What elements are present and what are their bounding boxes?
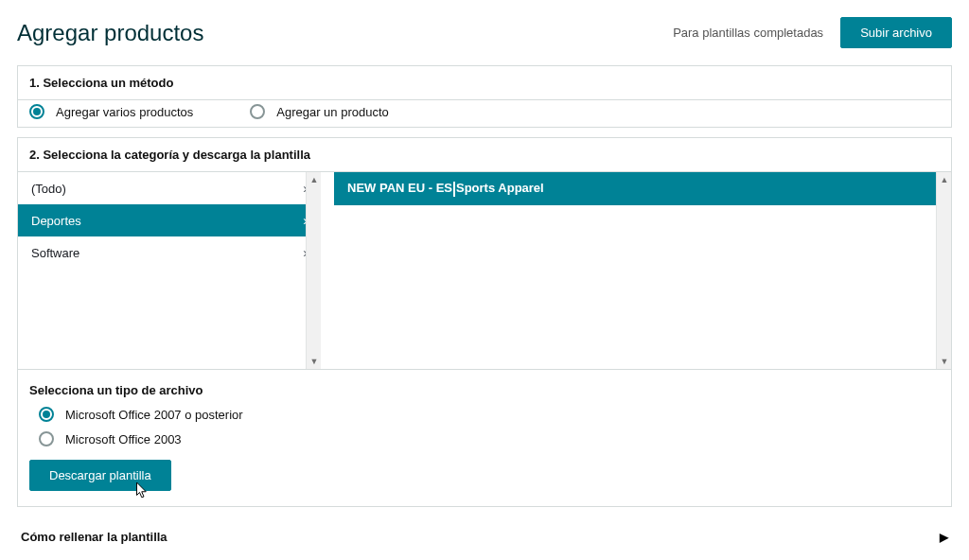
category-item-all[interactable]: (Todo) › [18, 172, 321, 204]
method-option-label: Agregar varios productos [56, 105, 193, 119]
category-label: (Todo) [31, 182, 66, 196]
step1-title: 1. Selecciona un método [18, 66, 951, 100]
scroll-up-icon[interactable]: ▲ [937, 172, 951, 187]
method-option-multiple[interactable]: Agregar varios productos [29, 104, 193, 119]
file-type-option-2003[interactable]: Microsoft Office 2003 [39, 431, 940, 446]
upload-file-button[interactable]: Subir archivo [840, 17, 952, 48]
radio-icon [29, 104, 44, 119]
subcategory-item-sports-apparel[interactable]: NEW PAN EU - ESSports Apparel [334, 172, 936, 205]
step2-title: 2. Selecciona la categoría y descarga la… [18, 138, 951, 172]
scroll-down-icon[interactable]: ▼ [307, 354, 321, 369]
category-list: (Todo) › Deportes › Software › ▲ ▼ [18, 172, 321, 369]
completed-templates-label: Para plantillas completadas [673, 26, 823, 40]
step1-panel: 1. Selecciona un método Agregar varios p… [17, 65, 952, 128]
category-item-deportes[interactable]: Deportes › [18, 204, 321, 236]
howto-title: Cómo rellenar la plantilla [21, 530, 167, 544]
subcategory-prefix: NEW PAN EU - ES [347, 181, 452, 195]
scrollbar[interactable]: ▲ ▼ [306, 172, 321, 369]
file-type-label: Microsoft Office 2007 o posterior [65, 408, 243, 422]
file-type-title: Selecciona un tipo de archivo [29, 383, 940, 397]
triangle-right-icon: ▶ [940, 531, 948, 544]
method-option-label: Agregar un producto [276, 105, 389, 119]
scroll-down-icon[interactable]: ▼ [937, 354, 951, 369]
subcategory-suffix: Sports Apparel [456, 181, 544, 195]
radio-icon [250, 104, 265, 119]
step2-panel: 2. Selecciona la categoría y descarga la… [17, 137, 952, 507]
subcategory-list: NEW PAN EU - ESSports Apparel ▲ ▼ [334, 172, 951, 369]
category-item-software[interactable]: Software › [18, 236, 321, 269]
download-template-button[interactable]: Descargar plantilla [29, 460, 171, 491]
page-title: Agregar productos [17, 20, 203, 46]
file-type-option-2007[interactable]: Microsoft Office 2007 o posterior [39, 407, 940, 422]
file-type-label: Microsoft Office 2003 [65, 432, 182, 446]
text-caret-icon [453, 182, 455, 197]
method-option-single[interactable]: Agregar un producto [250, 104, 389, 119]
category-label: Deportes [31, 214, 81, 228]
scrollbar[interactable]: ▲ ▼ [936, 172, 951, 369]
scroll-up-icon[interactable]: ▲ [307, 172, 321, 187]
category-label: Software [31, 246, 79, 260]
radio-icon [39, 407, 54, 422]
radio-icon [39, 431, 54, 446]
howto-accordion[interactable]: Cómo rellenar la plantilla ▶ [17, 516, 952, 544]
